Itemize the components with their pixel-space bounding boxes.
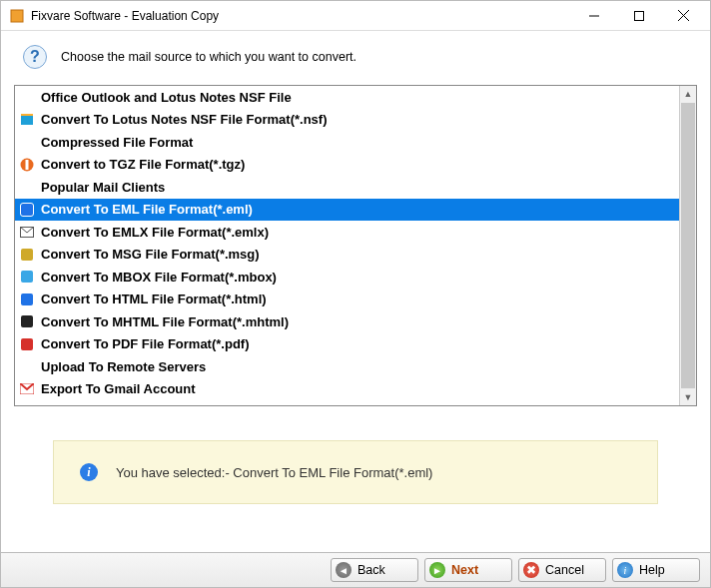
list-item-label: Office Outlook and Lotus Notes NSF File (41, 90, 292, 105)
list-item-label: Convert To MSG File Format(*.msg) (41, 247, 260, 262)
tgz-icon (19, 157, 35, 173)
footer: ◄ Back ► Next ✖ Cancel i Help (1, 552, 710, 587)
list-item-label: Convert To MHTML File Format(*.mhtml) (41, 314, 289, 329)
list-item[interactable]: Convert To MSG File Format(*.msg) (15, 244, 679, 267)
list-item-label: Convert To Lotus Notes NSF File Format(*… (41, 112, 328, 127)
scrollbar[interactable]: ▲ ▼ (680, 86, 696, 405)
window-title: Fixvare Software - Evaluation Copy (31, 9, 571, 23)
back-label: Back (357, 563, 385, 577)
back-arrow-icon: ◄ (336, 562, 352, 578)
info-icon: i (80, 463, 98, 481)
status-selection: Convert To EML File Format(*.eml) (233, 465, 432, 480)
list-item[interactable]: Export To Gmail Account (15, 378, 679, 401)
instruction-row: ? Choose the mail source to which you wa… (1, 31, 710, 85)
gmail-icon (19, 381, 35, 397)
svg-rect-0 (11, 10, 23, 22)
scroll-thumb[interactable] (681, 103, 695, 388)
emlx-icon (19, 224, 35, 240)
list-item[interactable]: Convert to TGZ File Format(*.tgz) (15, 154, 679, 177)
cancel-label: Cancel (545, 563, 584, 577)
list-header: Popular Mail Clients (15, 176, 679, 199)
list-item-label: Convert To MBOX File Format(*.mbox) (41, 270, 277, 285)
list-item[interactable]: Convert To EMLX File Format(*.emlx) (15, 221, 679, 244)
format-list: Office Outlook and Lotus Notes NSF FileC… (14, 85, 697, 406)
close-button[interactable] (661, 2, 706, 30)
list-header: Compressed File Format (15, 131, 679, 154)
list-item[interactable]: Convert To MBOX File Format(*.mbox) (15, 266, 679, 289)
list-item-label: Popular Mail Clients (41, 180, 165, 195)
list-item-label: Convert to TGZ File Format(*.tgz) (41, 157, 245, 172)
list-item[interactable]: Convert To EML File Format(*.eml) (15, 199, 679, 222)
svg-rect-5 (21, 116, 33, 125)
maximize-button[interactable] (616, 2, 661, 30)
selection-status: i You have selected:- Convert To EML Fil… (53, 440, 658, 504)
help-label: Help (639, 563, 665, 577)
question-icon: ? (23, 45, 47, 69)
help-button[interactable]: i Help (612, 558, 700, 582)
mbox-icon (19, 269, 35, 285)
list-item-label: Convert To PDF File Format(*.pdf) (41, 336, 249, 351)
html-icon (19, 292, 35, 307)
list-header: Upload To Remote Servers (15, 355, 679, 378)
cancel-button[interactable]: ✖ Cancel (518, 558, 606, 582)
list-item-label: Compressed File Format (41, 135, 193, 150)
lotus-note-icon (19, 112, 35, 128)
list-item-label: Convert To EMLX File Format(*.emlx) (41, 225, 269, 240)
next-arrow-icon: ► (429, 562, 445, 578)
help-info-icon: i (617, 562, 633, 578)
svg-rect-8 (26, 160, 29, 170)
svg-rect-2 (634, 11, 643, 20)
pdf-icon (19, 336, 35, 352)
scroll-up-button[interactable]: ▲ (680, 86, 696, 102)
mhtml-icon (19, 313, 35, 329)
list-item-label: Convert To EML File Format(*.eml) (41, 202, 253, 217)
list-item[interactable]: Convert To HTML File Format(*.html) (15, 289, 679, 311)
minimize-button[interactable] (571, 2, 616, 30)
msg-icon (19, 247, 35, 263)
list-item[interactable]: Convert To MHTML File Format(*.mhtml) (15, 310, 679, 333)
list-item-label: Upload To Remote Servers (41, 359, 206, 374)
cancel-x-icon: ✖ (523, 562, 539, 578)
status-prefix: You have selected:- (116, 465, 233, 480)
svg-rect-6 (21, 114, 33, 116)
scroll-down-button[interactable]: ▼ (680, 389, 696, 405)
list-item-label: Export To Gmail Account (41, 381, 196, 396)
titlebar: Fixvare Software - Evaluation Copy (1, 1, 710, 31)
app-icon (9, 8, 25, 24)
next-label: Next (451, 563, 478, 577)
instruction-text: Choose the mail source to which you want… (61, 50, 356, 64)
list-item[interactable]: Convert To PDF File Format(*.pdf) (15, 333, 679, 356)
back-button[interactable]: ◄ Back (331, 558, 418, 582)
next-button[interactable]: ► Next (424, 558, 512, 582)
list-item[interactable]: Convert To Lotus Notes NSF File Format(*… (15, 109, 679, 132)
eml-icon (19, 202, 35, 218)
list-header: Office Outlook and Lotus Notes NSF File (15, 86, 679, 109)
list-item-label: Convert To HTML File Format(*.html) (41, 292, 267, 306)
